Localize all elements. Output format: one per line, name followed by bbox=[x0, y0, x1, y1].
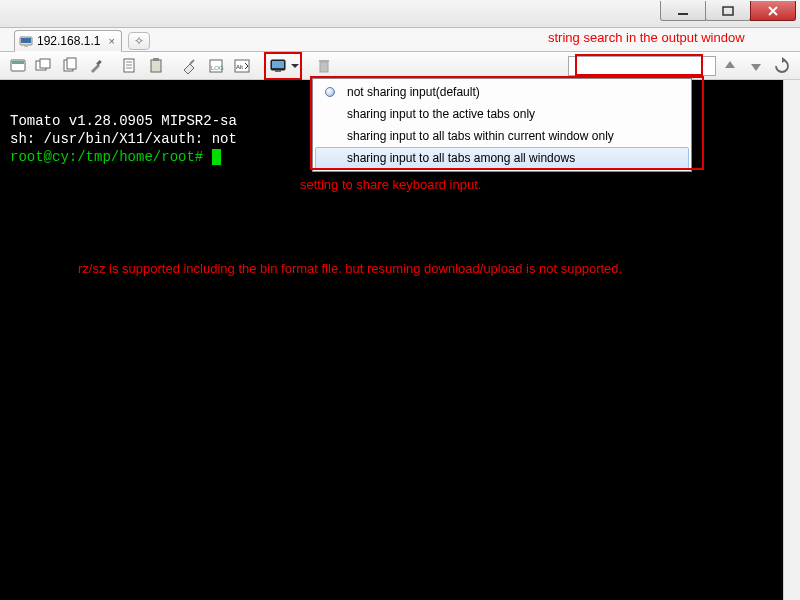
svg-rect-4 bbox=[24, 45, 28, 47]
delete-button[interactable] bbox=[312, 54, 336, 78]
tab-label: 192.168.1.1 bbox=[37, 34, 100, 48]
svg-rect-1 bbox=[723, 7, 733, 15]
svg-rect-11 bbox=[96, 59, 102, 65]
svg-rect-13 bbox=[151, 60, 161, 72]
tab-close-icon[interactable]: × bbox=[108, 35, 114, 47]
settings-button[interactable] bbox=[84, 54, 108, 78]
window-maximize-button[interactable] bbox=[705, 1, 751, 21]
dropdown-item-all-windows[interactable]: sharing input to all tabs among all wind… bbox=[315, 147, 689, 169]
tab-session[interactable]: 192.168.1.1 × bbox=[14, 30, 122, 52]
svg-rect-14 bbox=[153, 58, 159, 61]
svg-rect-22 bbox=[320, 62, 328, 72]
alt-button[interactable]: Alt bbox=[230, 54, 254, 78]
copy-button[interactable] bbox=[58, 54, 82, 78]
svg-rect-23 bbox=[319, 60, 329, 62]
dropdown-item-label: sharing input to all tabs within current… bbox=[347, 129, 614, 143]
svg-rect-0 bbox=[678, 13, 688, 15]
refresh-button[interactable] bbox=[770, 54, 794, 78]
terminal-scrollbar[interactable] bbox=[783, 80, 800, 600]
window-titlebar bbox=[0, 0, 800, 28]
svg-rect-8 bbox=[40, 59, 50, 68]
svg-rect-6 bbox=[12, 61, 24, 64]
annotation-share-setting: setting to share keyboard input. bbox=[300, 176, 481, 194]
search-down-button[interactable] bbox=[744, 54, 768, 78]
window-close-button[interactable] bbox=[750, 1, 796, 21]
tab-strip: 192.168.1.1 × ✧ string search in the out… bbox=[0, 28, 800, 52]
copy-all-button[interactable] bbox=[118, 54, 142, 78]
toolbar: LOG Alt bbox=[0, 52, 800, 80]
search-area bbox=[568, 54, 794, 78]
radio-selected-icon bbox=[325, 87, 335, 97]
search-input-wrapper bbox=[568, 56, 716, 76]
annotation-search: string search in the output window bbox=[548, 30, 745, 45]
log-button[interactable]: LOG bbox=[204, 54, 228, 78]
svg-rect-20 bbox=[272, 61, 284, 68]
search-input[interactable] bbox=[569, 57, 715, 75]
dropdown-item-label: sharing input to all tabs among all wind… bbox=[347, 151, 575, 165]
share-input-dropdown-caret[interactable] bbox=[290, 54, 300, 78]
new-session-button[interactable] bbox=[6, 54, 30, 78]
window-minimize-button[interactable] bbox=[660, 1, 706, 21]
dropdown-item-not-sharing[interactable]: not sharing input(default) bbox=[315, 81, 689, 103]
dropdown-item-label: sharing input to the active tabs only bbox=[347, 107, 535, 121]
svg-rect-3 bbox=[21, 38, 31, 43]
terminal-cursor bbox=[212, 149, 221, 165]
search-up-button[interactable] bbox=[718, 54, 742, 78]
svg-rect-10 bbox=[67, 58, 76, 69]
terminal-prompt: root@cy:/tmp/home/root# bbox=[10, 149, 212, 165]
svg-text:Alt: Alt bbox=[236, 64, 243, 70]
svg-rect-21 bbox=[275, 70, 281, 72]
dropdown-item-label: not sharing input(default) bbox=[347, 85, 480, 99]
share-input-button[interactable] bbox=[266, 54, 290, 78]
clear-button[interactable] bbox=[178, 54, 202, 78]
share-input-button-group bbox=[264, 52, 302, 80]
annotation-rzsz: rz/sz is supported including the bin for… bbox=[78, 260, 788, 278]
duplicate-session-button[interactable] bbox=[32, 54, 56, 78]
share-input-dropdown: not sharing input(default) sharing input… bbox=[312, 78, 692, 172]
putty-icon bbox=[19, 34, 33, 48]
dropdown-item-current-window[interactable]: sharing input to all tabs within current… bbox=[315, 125, 689, 147]
dropdown-item-active-tabs[interactable]: sharing input to the active tabs only bbox=[315, 103, 689, 125]
svg-text:LOG: LOG bbox=[211, 65, 224, 71]
new-tab-button[interactable]: ✧ bbox=[128, 32, 150, 50]
paste-button[interactable] bbox=[144, 54, 168, 78]
